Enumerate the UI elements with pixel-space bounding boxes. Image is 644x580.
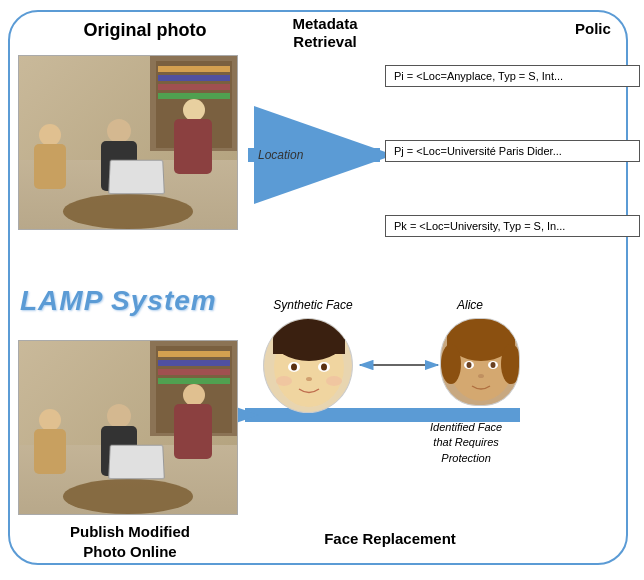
- svg-rect-8: [273, 339, 345, 354]
- synthetic-face-svg: [264, 319, 353, 413]
- identified-face-label: Identified Face that Requires Protection: [430, 420, 502, 466]
- face-replacement-label: Face Replacement: [310, 530, 470, 547]
- synthetic-face-image: [263, 318, 353, 413]
- original-photo: [18, 55, 238, 230]
- alice-face-svg: [441, 319, 520, 406]
- lamp-label: LAMP System: [20, 285, 217, 317]
- policy-label: Polic: [575, 20, 611, 37]
- alice-face-image: [440, 318, 520, 406]
- publish-label: Publish Modified Photo Online: [40, 522, 220, 561]
- svg-point-12: [321, 364, 327, 371]
- photo-scene: [19, 56, 237, 229]
- svg-point-19: [441, 344, 461, 384]
- policy-box-pj: Pj = <Loc=Université Paris Dider...: [385, 140, 640, 162]
- svg-point-13: [306, 377, 312, 381]
- modified-photo: [18, 340, 238, 515]
- svg-point-11: [291, 364, 297, 371]
- svg-point-14: [276, 376, 292, 386]
- synthetic-face-label: Synthetic Face: [258, 298, 368, 312]
- svg-point-24: [491, 362, 496, 368]
- original-photo-label: Original photo: [50, 20, 240, 41]
- metadata-label: Metadata Retrieval: [275, 15, 375, 51]
- svg-point-15: [326, 376, 342, 386]
- svg-point-25: [478, 374, 484, 378]
- main-container: Original photo: [0, 0, 644, 580]
- policy-box-pi: Pi = <Loc=Anyplace, Typ = S, Int...: [385, 65, 640, 87]
- location-label: Location: [258, 148, 303, 162]
- svg-point-23: [467, 362, 472, 368]
- alice-label: Alice: [440, 298, 500, 312]
- policy-box-pk: Pk = <Loc=University, Typ = S, In...: [385, 215, 640, 237]
- modified-photo-scene: [19, 341, 237, 514]
